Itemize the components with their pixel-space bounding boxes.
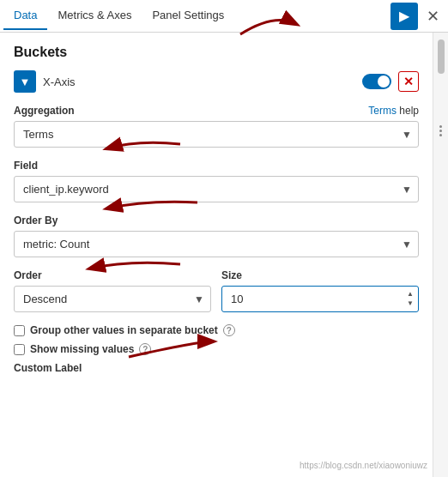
toggle-thumb xyxy=(378,75,390,88)
show-missing-row: Show missing values ? xyxy=(14,343,419,355)
delete-button[interactable]: ✕ xyxy=(398,71,419,92)
group-other-label: Group other values in separate bucket xyxy=(30,324,218,336)
spinner-up-button[interactable]: ▲ xyxy=(404,290,416,299)
show-missing-checkbox[interactable] xyxy=(14,344,25,355)
dot-3 xyxy=(439,134,442,136)
field-label: Field xyxy=(14,160,38,172)
xaxis-collapse-button[interactable]: ▼ xyxy=(14,70,36,93)
tab-metrics[interactable]: Metrics & Axes xyxy=(47,2,142,30)
dot-1 xyxy=(439,125,442,128)
order-by-select-wrapper: metric: Count ▼ xyxy=(14,231,419,257)
order-size-row: Order Descend Ascend ▼ Size xyxy=(14,269,419,312)
order-select-wrapper: Descend Ascend ▼ xyxy=(14,286,211,312)
size-input[interactable] xyxy=(222,287,418,311)
order-label: Order xyxy=(14,269,42,281)
order-label-row: Order xyxy=(14,269,211,281)
terms-help: Terms help xyxy=(368,105,419,117)
size-spinner-wrapper: ▲ ▼ xyxy=(221,286,419,312)
aggregation-select[interactable]: Terms xyxy=(14,121,419,148)
dot-2 xyxy=(439,130,442,132)
section-title: Buckets xyxy=(14,45,419,60)
scroll-thumb xyxy=(438,39,445,74)
custom-label: Custom Label xyxy=(14,362,419,374)
xaxis-label: X-Axis xyxy=(43,75,355,88)
dot-menu xyxy=(439,125,442,136)
terms-link[interactable]: Terms xyxy=(368,105,397,117)
order-by-label-row: Order By xyxy=(14,214,419,226)
spinner-buttons: ▲ ▼ xyxy=(404,290,416,308)
help-word: help xyxy=(399,105,419,117)
spinner-down-button[interactable]: ▼ xyxy=(404,299,416,308)
scrollbar[interactable] xyxy=(433,33,448,477)
aggregation-select-wrapper: Terms ▼ xyxy=(14,121,419,148)
size-label: Size xyxy=(221,269,242,281)
group-other-row: Group other values in separate bucket ? xyxy=(14,324,419,336)
order-col: Order Descend Ascend ▼ xyxy=(14,269,211,312)
show-missing-label: Show missing values xyxy=(30,343,134,355)
order-by-label: Order By xyxy=(14,214,58,226)
field-label-row: Field xyxy=(14,160,419,172)
size-label-row: Size xyxy=(221,269,419,281)
size-col: Size ▲ ▼ xyxy=(221,269,419,312)
order-by-select[interactable]: metric: Count xyxy=(14,231,419,257)
close-button[interactable]: ✕ xyxy=(421,7,445,26)
watermark: https://blog.csdn.net/xiaowoniuwz xyxy=(300,461,427,470)
tab-bar: Data Metrics & Axes Panel Settings ▶ ✕ xyxy=(0,0,448,33)
aggregation-label-row: Aggregation Terms help xyxy=(14,105,419,117)
group-other-checkbox[interactable] xyxy=(14,325,25,336)
show-missing-help-icon[interactable]: ? xyxy=(139,343,151,355)
xaxis-row: ▼ X-Axis ✕ xyxy=(14,70,419,93)
tab-panel-settings[interactable]: Panel Settings xyxy=(142,2,234,30)
xaxis-toggle[interactable] xyxy=(362,74,391,89)
field-select[interactable]: client_ip.keyword xyxy=(14,176,419,202)
field-select-wrapper: client_ip.keyword ▼ xyxy=(14,176,419,202)
order-select[interactable]: Descend Ascend xyxy=(14,286,211,312)
panel-content: Buckets ▼ X-Axis ✕ Aggregation Terms hel… xyxy=(0,33,433,477)
main-layout: Buckets ▼ X-Axis ✕ Aggregation Terms hel… xyxy=(0,33,448,477)
run-button[interactable]: ▶ xyxy=(390,3,418,30)
group-other-help-icon[interactable]: ? xyxy=(223,324,235,336)
tab-data[interactable]: Data xyxy=(3,2,47,30)
toggle-track xyxy=(362,74,391,89)
aggregation-label: Aggregation xyxy=(14,105,75,117)
